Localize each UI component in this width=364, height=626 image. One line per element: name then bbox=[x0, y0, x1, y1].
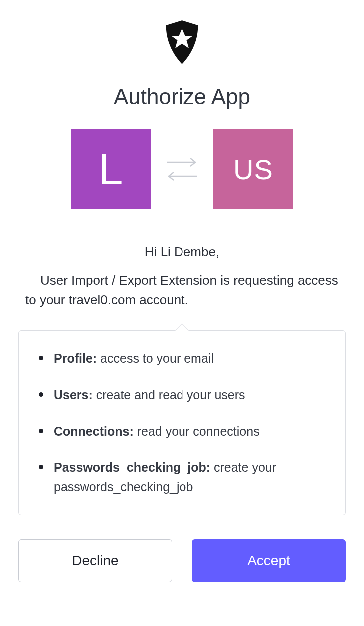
scope-item: Profile: access to your email bbox=[37, 349, 329, 368]
target-app-tile: US bbox=[213, 129, 293, 209]
accept-button-label: Accept bbox=[247, 553, 290, 569]
scope-description: read your connections bbox=[134, 424, 260, 438]
scope-item: Passwords_checking_job: create your pass… bbox=[37, 458, 329, 497]
panel-pointer bbox=[175, 323, 189, 337]
scope-title: Connections: bbox=[54, 424, 134, 438]
request-description: User Import / Export Extension is reques… bbox=[18, 271, 346, 310]
requesting-app-initial: L bbox=[99, 144, 123, 195]
decline-button[interactable]: Decline bbox=[18, 539, 172, 582]
exchange-arrows-icon bbox=[165, 158, 199, 181]
requesting-app-name: User Import / Export Extension bbox=[40, 273, 217, 288]
greeting-prefix: Hi bbox=[145, 244, 161, 259]
consent-dialog: Authorize App L US Hi Li Dembe, User Imp… bbox=[0, 0, 364, 626]
greeting-name: Li Dembe bbox=[161, 244, 216, 259]
scope-title: Profile: bbox=[54, 351, 97, 365]
account-domain: travel0.com bbox=[69, 292, 136, 307]
request-tail-text: account. bbox=[136, 292, 188, 307]
page-title: Authorize App bbox=[18, 84, 346, 109]
scope-item: Connections: read your connections bbox=[37, 422, 329, 441]
requesting-app-tile: L bbox=[71, 129, 151, 209]
decline-button-label: Decline bbox=[72, 553, 118, 569]
target-app-initial: US bbox=[233, 153, 273, 186]
scope-title: Passwords_checking_job: bbox=[54, 460, 210, 474]
shield-star-icon bbox=[163, 20, 201, 65]
scope-item: Users: create and read your users bbox=[37, 385, 329, 405]
greeting-text: Hi Li Dembe, bbox=[18, 244, 346, 260]
scope-description: access to your email bbox=[97, 351, 214, 365]
brand-logo bbox=[18, 20, 346, 65]
scope-title: Users: bbox=[54, 388, 93, 402]
scopes-list: Profile: access to your email Users: cre… bbox=[37, 349, 329, 497]
app-exchange-row: L US bbox=[18, 129, 346, 209]
greeting-suffix: , bbox=[216, 244, 219, 259]
scope-description: create and read your users bbox=[93, 388, 245, 402]
scopes-panel: Profile: access to your email Users: cre… bbox=[18, 330, 346, 515]
action-buttons: Decline Accept bbox=[18, 539, 346, 582]
accept-button[interactable]: Accept bbox=[192, 539, 346, 582]
